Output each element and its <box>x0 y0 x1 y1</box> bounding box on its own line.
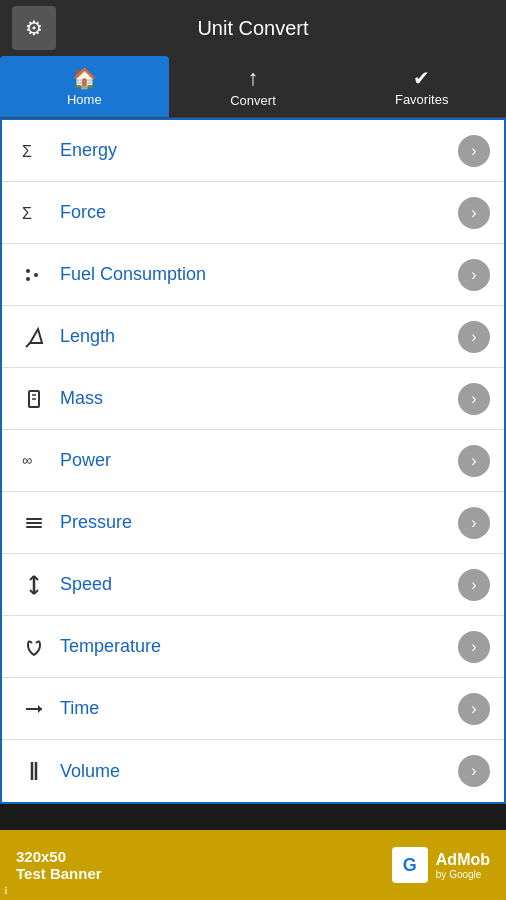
content-area: Σ Energy › Σ Force › Fuel Consumption › <box>0 118 506 804</box>
favorites-icon: ✔ <box>413 66 430 90</box>
tab-convert-label: Convert <box>230 93 276 108</box>
svg-line-6 <box>26 343 30 347</box>
tab-convert[interactable]: ↑ Convert <box>169 56 338 117</box>
volume-icon <box>16 759 52 783</box>
svg-marker-20 <box>38 705 42 713</box>
mass-label: Mass <box>52 388 458 409</box>
tab-home[interactable]: 🏠 Home <box>0 56 169 117</box>
fuel-chevron: › <box>458 259 490 291</box>
svg-point-2 <box>26 269 30 273</box>
list-item-energy[interactable]: Σ Energy › <box>2 120 504 182</box>
svg-point-4 <box>34 273 38 277</box>
top-bar: ⚙ Unit Convert <box>0 0 506 56</box>
list-item-volume[interactable]: Volume › <box>2 740 504 802</box>
volume-label: Volume <box>52 761 458 782</box>
temperature-label: Temperature <box>52 636 458 657</box>
svg-text:∞: ∞ <box>22 452 32 468</box>
tab-favorites[interactable]: ✔ Favorites <box>337 56 506 117</box>
energy-icon: Σ <box>16 139 52 163</box>
time-chevron: › <box>458 693 490 725</box>
list-item-mass[interactable]: Mass › <box>2 368 504 430</box>
power-chevron: › <box>458 445 490 477</box>
list-item-length[interactable]: Length › <box>2 306 504 368</box>
mass-chevron: › <box>458 383 490 415</box>
ad-text: 320x50 Test Banner <box>0 848 102 882</box>
svg-text:Σ: Σ <box>22 143 32 160</box>
svg-point-3 <box>26 277 30 281</box>
force-chevron: › <box>458 197 490 229</box>
list-item-force[interactable]: Σ Force › <box>2 182 504 244</box>
settings-button[interactable]: ⚙ <box>12 6 56 50</box>
speed-chevron: › <box>458 569 490 601</box>
gear-icon: ⚙ <box>25 16 43 40</box>
svg-rect-12 <box>26 522 42 524</box>
ad-line2: Test Banner <box>16 865 102 882</box>
list-item-fuel[interactable]: Fuel Consumption › <box>2 244 504 306</box>
speed-label: Speed <box>52 574 458 595</box>
mass-icon <box>16 387 52 411</box>
tab-bar: 🏠 Home ↑ Convert ✔ Favorites <box>0 56 506 118</box>
svg-text:Σ: Σ <box>22 205 32 222</box>
list-item-pressure[interactable]: Pressure › <box>2 492 504 554</box>
fuel-icon <box>16 263 52 287</box>
tab-favorites-label: Favorites <box>395 92 448 107</box>
speed-icon <box>16 573 52 597</box>
length-icon <box>16 325 52 349</box>
power-icon: ∞ <box>16 449 52 473</box>
category-list: Σ Energy › Σ Force › Fuel Consumption › <box>0 118 506 804</box>
app-title: Unit Convert <box>56 17 450 40</box>
pressure-icon <box>16 511 52 535</box>
home-icon: 🏠 <box>72 66 97 90</box>
power-label: Power <box>52 450 458 471</box>
ad-banner[interactable]: 320x50 Test Banner G AdMob by Google ℹ <box>0 830 506 900</box>
list-item-speed[interactable]: Speed › <box>2 554 504 616</box>
svg-rect-13 <box>26 526 42 528</box>
temperature-icon <box>16 635 52 659</box>
energy-label: Energy <box>52 140 458 161</box>
pressure-label: Pressure <box>52 512 458 533</box>
length-label: Length <box>52 326 458 347</box>
time-label: Time <box>52 698 458 719</box>
convert-icon: ↑ <box>248 65 259 91</box>
list-item-temperature[interactable]: Temperature › <box>2 616 504 678</box>
volume-chevron: › <box>458 755 490 787</box>
ad-info-icon: ℹ <box>4 885 8 896</box>
admob-logo-icon: G <box>392 847 428 883</box>
ad-line1: 320x50 <box>16 848 102 865</box>
list-item-power[interactable]: ∞ Power › <box>2 430 504 492</box>
length-chevron: › <box>458 321 490 353</box>
ad-logo-area: G AdMob by Google <box>392 847 490 883</box>
tab-home-label: Home <box>67 92 102 107</box>
svg-rect-11 <box>26 518 42 520</box>
list-item-time[interactable]: Time › <box>2 678 504 740</box>
energy-chevron: › <box>458 135 490 167</box>
time-icon <box>16 697 52 721</box>
force-label: Force <box>52 202 458 223</box>
temperature-chevron: › <box>458 631 490 663</box>
svg-marker-5 <box>30 329 42 343</box>
fuel-label: Fuel Consumption <box>52 264 458 285</box>
force-icon: Σ <box>16 201 52 225</box>
admob-brand: AdMob by Google <box>436 851 490 880</box>
pressure-chevron: › <box>458 507 490 539</box>
